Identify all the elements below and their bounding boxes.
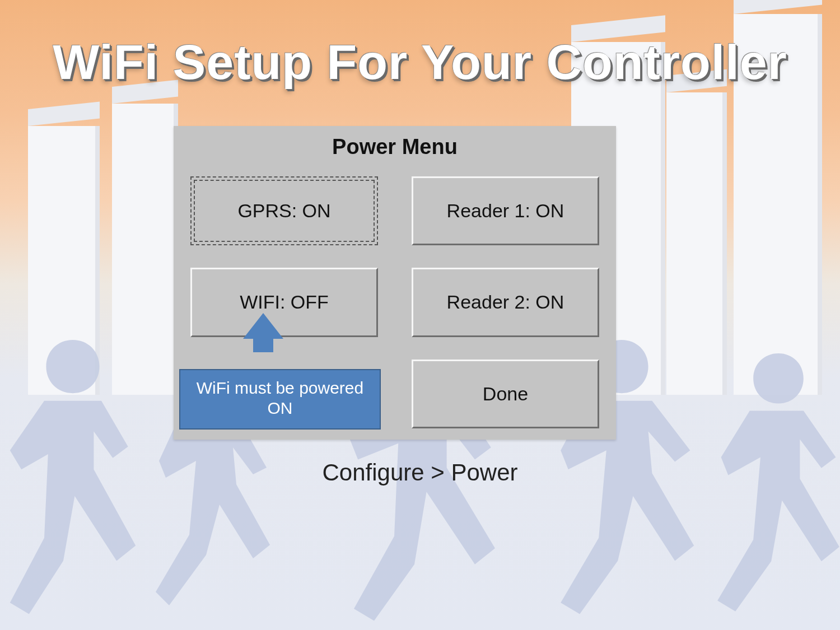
reader1-label: Reader 1: ON — [447, 200, 564, 222]
slide-title: WiFi Setup For Your Controller — [53, 34, 787, 91]
wifi-button[interactable]: WIFI: OFF — [190, 268, 378, 337]
gprs-button[interactable]: GPRS: ON — [190, 176, 378, 245]
panel-title: Power Menu — [174, 135, 616, 159]
wifi-callout: WiFi must be powered ON — [179, 339, 381, 440]
gprs-label: GPRS: ON — [237, 200, 330, 222]
reader2-label: Reader 2: ON — [447, 291, 564, 313]
breadcrumb: Configure > Power — [322, 459, 517, 486]
wifi-label: WIFI: OFF — [240, 291, 329, 313]
reader2-button[interactable]: Reader 2: ON — [412, 268, 599, 337]
done-label: Done — [483, 383, 528, 405]
reader1-button[interactable]: Reader 1: ON — [412, 176, 599, 245]
callout-text: WiFi must be powered ON — [179, 369, 381, 430]
done-button[interactable]: Done — [412, 360, 599, 428]
